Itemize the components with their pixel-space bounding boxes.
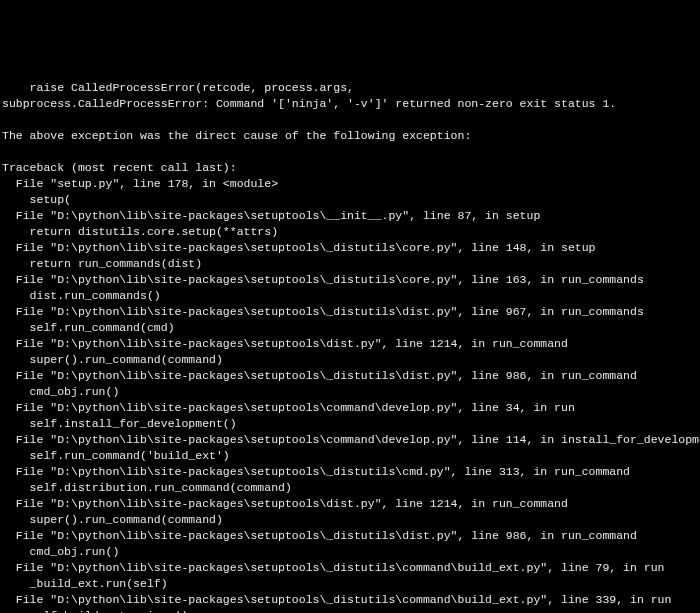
- terminal-line: File "D:\python\lib\site-packages\setupt…: [2, 400, 698, 416]
- terminal-line: File "D:\python\lib\site-packages\setupt…: [2, 208, 698, 224]
- terminal-line: cmd_obj.run(): [2, 384, 698, 400]
- terminal-line: [2, 144, 698, 160]
- terminal-line: Traceback (most recent call last):: [2, 160, 698, 176]
- terminal-line: _build_ext.run(self): [2, 576, 698, 592]
- terminal-line: return distutils.core.setup(**attrs): [2, 224, 698, 240]
- terminal-line: File "D:\python\lib\site-packages\setupt…: [2, 432, 698, 448]
- terminal-line: self.install_for_development(): [2, 416, 698, 432]
- terminal-line: self.distribution.run_command(command): [2, 480, 698, 496]
- terminal-line: subprocess.CalledProcessError: Command '…: [2, 96, 698, 112]
- terminal-line: File "D:\python\lib\site-packages\setupt…: [2, 240, 698, 256]
- terminal-line: File "setup.py", line 178, in <module>: [2, 176, 698, 192]
- terminal-line: cmd_obj.run(): [2, 544, 698, 560]
- terminal-line: File "D:\python\lib\site-packages\setupt…: [2, 368, 698, 384]
- terminal-line: [2, 112, 698, 128]
- terminal-line: File "D:\python\lib\site-packages\setupt…: [2, 496, 698, 512]
- terminal-line: File "D:\python\lib\site-packages\setupt…: [2, 336, 698, 352]
- terminal-line: super().run_command(command): [2, 352, 698, 368]
- terminal-line: self.build_extensions(): [2, 608, 698, 613]
- terminal-line: File "D:\python\lib\site-packages\setupt…: [2, 592, 698, 608]
- terminal-line: self.run_command(cmd): [2, 320, 698, 336]
- terminal-line: File "D:\python\lib\site-packages\setupt…: [2, 304, 698, 320]
- terminal-line: setup(: [2, 192, 698, 208]
- terminal-line: File "D:\python\lib\site-packages\setupt…: [2, 560, 698, 576]
- terminal-line: dist.run_commands(): [2, 288, 698, 304]
- terminal-line: File "D:\python\lib\site-packages\setupt…: [2, 528, 698, 544]
- terminal-line: raise CalledProcessError(retcode, proces…: [2, 80, 698, 96]
- terminal-line: File "D:\python\lib\site-packages\setupt…: [2, 272, 698, 288]
- terminal-line: The above exception was the direct cause…: [2, 128, 698, 144]
- terminal-line: self.run_command('build_ext'): [2, 448, 698, 464]
- terminal-line: File "D:\python\lib\site-packages\setupt…: [2, 464, 698, 480]
- terminal-output: raise CalledProcessError(retcode, proces…: [0, 80, 700, 613]
- terminal-line: super().run_command(command): [2, 512, 698, 528]
- terminal-line: return run_commands(dist): [2, 256, 698, 272]
